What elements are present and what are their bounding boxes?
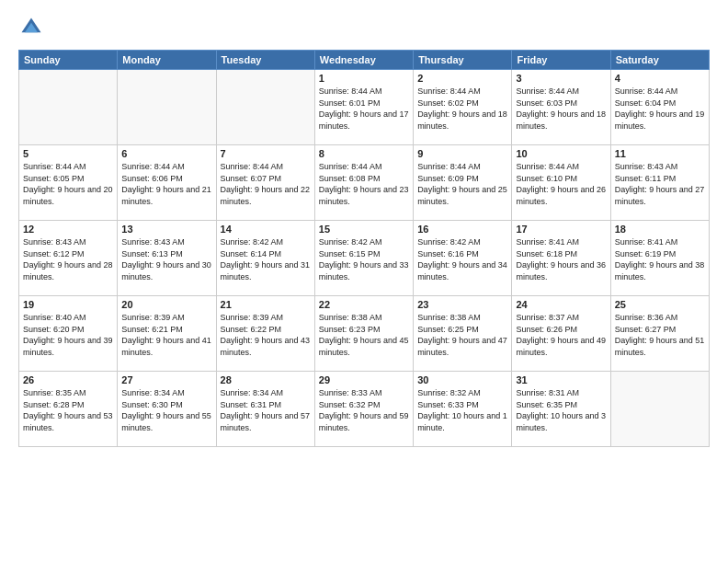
calendar-week-row: 19Sunrise: 8:40 AM Sunset: 6:20 PM Dayli… — [19, 296, 710, 372]
weekday-header: Sunday — [19, 51, 118, 70]
day-info: Sunrise: 8:38 AM Sunset: 6:23 PM Dayligh… — [319, 312, 409, 358]
day-number: 31 — [516, 374, 606, 385]
day-info: Sunrise: 8:35 AM Sunset: 6:28 PM Dayligh… — [23, 387, 113, 433]
day-info: Sunrise: 8:44 AM Sunset: 6:06 PM Dayligh… — [121, 161, 211, 207]
calendar-day-cell: 31Sunrise: 8:31 AM Sunset: 6:35 PM Dayli… — [512, 372, 610, 447]
calendar-day-cell: 9Sunrise: 8:44 AM Sunset: 6:09 PM Daylig… — [414, 145, 512, 221]
day-info: Sunrise: 8:37 AM Sunset: 6:26 PM Dayligh… — [516, 312, 606, 358]
calendar-day-cell: 17Sunrise: 8:41 AM Sunset: 6:18 PM Dayli… — [512, 221, 610, 296]
calendar-day-cell: 2Sunrise: 8:44 AM Sunset: 6:02 PM Daylig… — [414, 70, 512, 145]
calendar-week-row: 5Sunrise: 8:44 AM Sunset: 6:05 PM Daylig… — [19, 145, 710, 221]
day-info: Sunrise: 8:44 AM Sunset: 6:03 PM Dayligh… — [516, 86, 606, 132]
calendar-day-cell: 12Sunrise: 8:43 AM Sunset: 6:12 PM Dayli… — [19, 221, 118, 296]
weekday-header: Monday — [118, 51, 216, 70]
day-number: 8 — [319, 148, 409, 159]
day-info: Sunrise: 8:43 AM Sunset: 6:11 PM Dayligh… — [615, 161, 705, 207]
day-number: 28 — [221, 374, 311, 385]
calendar-day-cell: 18Sunrise: 8:41 AM Sunset: 6:19 PM Dayli… — [610, 221, 709, 296]
calendar-day-cell: 10Sunrise: 8:44 AM Sunset: 6:10 PM Dayli… — [512, 145, 610, 221]
calendar-day-cell — [610, 372, 709, 447]
day-number: 12 — [23, 224, 113, 235]
day-number: 25 — [615, 299, 705, 310]
day-number: 3 — [516, 73, 606, 84]
calendar-day-cell: 11Sunrise: 8:43 AM Sunset: 6:11 PM Dayli… — [610, 145, 709, 221]
logo-icon — [18, 15, 44, 40]
day-info: Sunrise: 8:40 AM Sunset: 6:20 PM Dayligh… — [23, 312, 113, 358]
day-number: 5 — [23, 148, 113, 159]
calendar-day-cell: 22Sunrise: 8:38 AM Sunset: 6:23 PM Dayli… — [314, 296, 413, 372]
calendar-day-cell — [118, 70, 216, 145]
day-number: 19 — [23, 299, 113, 310]
calendar-week-row: 26Sunrise: 8:35 AM Sunset: 6:28 PM Dayli… — [19, 372, 710, 447]
day-info: Sunrise: 8:34 AM Sunset: 6:31 PM Dayligh… — [221, 387, 311, 433]
day-number: 26 — [23, 374, 113, 385]
logo — [18, 15, 48, 40]
day-number: 9 — [417, 148, 507, 159]
calendar-day-cell: 13Sunrise: 8:43 AM Sunset: 6:13 PM Dayli… — [118, 221, 216, 296]
calendar-header-row: SundayMondayTuesdayWednesdayThursdayFrid… — [19, 51, 710, 70]
header — [18, 15, 710, 40]
day-info: Sunrise: 8:38 AM Sunset: 6:25 PM Dayligh… — [417, 312, 507, 358]
day-number: 15 — [319, 224, 409, 235]
calendar-day-cell: 23Sunrise: 8:38 AM Sunset: 6:25 PM Dayli… — [414, 296, 512, 372]
calendar-day-cell: 5Sunrise: 8:44 AM Sunset: 6:05 PM Daylig… — [19, 145, 118, 221]
day-info: Sunrise: 8:44 AM Sunset: 6:01 PM Dayligh… — [319, 86, 409, 132]
calendar-week-row: 1Sunrise: 8:44 AM Sunset: 6:01 PM Daylig… — [19, 70, 710, 145]
day-number: 14 — [221, 224, 311, 235]
day-info: Sunrise: 8:42 AM Sunset: 6:14 PM Dayligh… — [221, 236, 311, 282]
day-number: 13 — [121, 224, 211, 235]
calendar-day-cell: 21Sunrise: 8:39 AM Sunset: 6:22 PM Dayli… — [216, 296, 314, 372]
day-info: Sunrise: 8:36 AM Sunset: 6:27 PM Dayligh… — [615, 312, 705, 358]
day-info: Sunrise: 8:44 AM Sunset: 6:02 PM Dayligh… — [417, 86, 507, 132]
calendar-day-cell — [216, 70, 314, 145]
weekday-header: Saturday — [610, 51, 709, 70]
day-number: 2 — [417, 73, 507, 84]
page: SundayMondayTuesdayWednesdayThursdayFrid… — [0, 0, 728, 563]
calendar-day-cell: 4Sunrise: 8:44 AM Sunset: 6:04 PM Daylig… — [610, 70, 709, 145]
calendar-day-cell: 1Sunrise: 8:44 AM Sunset: 6:01 PM Daylig… — [314, 70, 413, 145]
day-info: Sunrise: 8:43 AM Sunset: 6:13 PM Dayligh… — [121, 236, 211, 282]
calendar-day-cell: 26Sunrise: 8:35 AM Sunset: 6:28 PM Dayli… — [19, 372, 118, 447]
day-number: 23 — [417, 299, 507, 310]
day-number: 4 — [615, 73, 705, 84]
day-number: 29 — [319, 374, 409, 385]
day-info: Sunrise: 8:39 AM Sunset: 6:21 PM Dayligh… — [121, 312, 211, 358]
day-number: 24 — [516, 299, 606, 310]
day-number: 27 — [121, 374, 211, 385]
day-number: 17 — [516, 224, 606, 235]
day-info: Sunrise: 8:42 AM Sunset: 6:16 PM Dayligh… — [417, 236, 507, 282]
calendar-table: SundayMondayTuesdayWednesdayThursdayFrid… — [18, 50, 710, 447]
day-info: Sunrise: 8:44 AM Sunset: 6:08 PM Dayligh… — [319, 161, 409, 207]
calendar-day-cell: 14Sunrise: 8:42 AM Sunset: 6:14 PM Dayli… — [216, 221, 314, 296]
calendar-week-row: 12Sunrise: 8:43 AM Sunset: 6:12 PM Dayli… — [19, 221, 710, 296]
day-info: Sunrise: 8:33 AM Sunset: 6:32 PM Dayligh… — [319, 387, 409, 433]
day-number: 16 — [417, 224, 507, 235]
weekday-header: Tuesday — [216, 51, 314, 70]
day-info: Sunrise: 8:44 AM Sunset: 6:10 PM Dayligh… — [516, 161, 606, 207]
day-info: Sunrise: 8:44 AM Sunset: 6:09 PM Dayligh… — [417, 161, 507, 207]
weekday-header: Wednesday — [314, 51, 413, 70]
weekday-header: Friday — [512, 51, 610, 70]
day-info: Sunrise: 8:32 AM Sunset: 6:33 PM Dayligh… — [417, 387, 507, 433]
day-number: 6 — [121, 148, 211, 159]
calendar-day-cell: 28Sunrise: 8:34 AM Sunset: 6:31 PM Dayli… — [216, 372, 314, 447]
day-number: 10 — [516, 148, 606, 159]
calendar-day-cell: 20Sunrise: 8:39 AM Sunset: 6:21 PM Dayli… — [118, 296, 216, 372]
calendar-day-cell: 16Sunrise: 8:42 AM Sunset: 6:16 PM Dayli… — [414, 221, 512, 296]
calendar-day-cell: 25Sunrise: 8:36 AM Sunset: 6:27 PM Dayli… — [610, 296, 709, 372]
calendar-day-cell: 8Sunrise: 8:44 AM Sunset: 6:08 PM Daylig… — [314, 145, 413, 221]
calendar-day-cell: 7Sunrise: 8:44 AM Sunset: 6:07 PM Daylig… — [216, 145, 314, 221]
day-number: 18 — [615, 224, 705, 235]
day-info: Sunrise: 8:44 AM Sunset: 6:07 PM Dayligh… — [221, 161, 311, 207]
calendar-day-cell: 3Sunrise: 8:44 AM Sunset: 6:03 PM Daylig… — [512, 70, 610, 145]
day-number: 11 — [615, 148, 705, 159]
day-number: 30 — [417, 374, 507, 385]
calendar-day-cell: 27Sunrise: 8:34 AM Sunset: 6:30 PM Dayli… — [118, 372, 216, 447]
day-number: 21 — [221, 299, 311, 310]
weekday-header: Thursday — [414, 51, 512, 70]
calendar-day-cell: 29Sunrise: 8:33 AM Sunset: 6:32 PM Dayli… — [314, 372, 413, 447]
calendar-day-cell: 24Sunrise: 8:37 AM Sunset: 6:26 PM Dayli… — [512, 296, 610, 372]
calendar-day-cell: 19Sunrise: 8:40 AM Sunset: 6:20 PM Dayli… — [19, 296, 118, 372]
calendar-day-cell: 6Sunrise: 8:44 AM Sunset: 6:06 PM Daylig… — [118, 145, 216, 221]
day-number: 1 — [319, 73, 409, 84]
